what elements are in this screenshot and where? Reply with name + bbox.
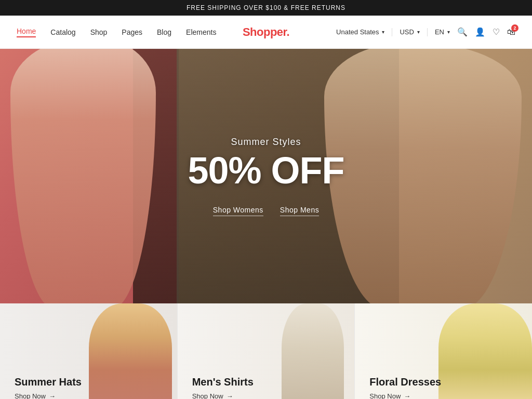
product-card-floral-dresses: Floral Dresses Shop Now → bbox=[355, 303, 532, 399]
product-info-mens-shirts: Men's Shirts Shop Now → bbox=[192, 376, 254, 399]
card-3-figure bbox=[438, 303, 532, 399]
product-card-summer-hats: Summer Hats Shop Now → bbox=[0, 303, 178, 399]
shop-now-summer-hats[interactable]: Shop Now → bbox=[15, 392, 82, 399]
shop-now-mens-shirts[interactable]: Shop Now → bbox=[192, 392, 254, 399]
currency-selector[interactable]: USD ▾ bbox=[400, 28, 419, 36]
hero-subtitle: Summer Styles bbox=[188, 137, 344, 148]
cart-badge: 2 bbox=[511, 24, 518, 32]
arrow-icon-1: → bbox=[49, 392, 56, 399]
card-1-figure bbox=[89, 303, 172, 399]
cart-button[interactable]: 🛍 2 bbox=[507, 28, 515, 37]
wishlist-button[interactable]: ♡ bbox=[493, 27, 500, 37]
shop-womens-link[interactable]: Shop Womens bbox=[213, 206, 263, 216]
search-icon: 🔍 bbox=[457, 27, 468, 37]
banner-text: FREE SHIPPING OVER $100 & FREE RETURNS bbox=[187, 4, 345, 11]
nav-link-elements[interactable]: Elements bbox=[186, 28, 216, 36]
nav-link-shop[interactable]: Shop bbox=[90, 28, 108, 36]
arrow-icon-2: → bbox=[227, 392, 233, 399]
hero-section: Summer Styles 50% OFF Shop Womens Shop M… bbox=[0, 49, 532, 303]
product-title-floral-dresses: Floral Dresses bbox=[369, 376, 441, 388]
brand-logo[interactable]: Shopper. bbox=[243, 25, 289, 39]
account-icon: 👤 bbox=[475, 27, 485, 37]
products-section: Summer Hats Shop Now → Men's Shirts Shop… bbox=[0, 303, 532, 399]
hero-figure-left bbox=[0, 49, 177, 303]
product-info-floral-dresses: Floral Dresses Shop Now → bbox=[369, 376, 441, 399]
region-chevron-icon: ▾ bbox=[382, 29, 384, 35]
hero-ctas: Shop Womens Shop Mens bbox=[188, 206, 344, 216]
arrow-icon-3: → bbox=[404, 392, 410, 399]
currency-chevron-icon: ▾ bbox=[417, 29, 420, 35]
top-banner: FREE SHIPPING OVER $100 & FREE RETURNS bbox=[0, 0, 532, 16]
card-2-figure bbox=[282, 303, 344, 399]
account-button[interactable]: 👤 bbox=[475, 27, 485, 37]
nav-link-pages[interactable]: Pages bbox=[122, 28, 142, 36]
product-info-summer-hats: Summer Hats Shop Now → bbox=[15, 376, 82, 399]
nav-divider-2 bbox=[427, 28, 428, 36]
region-selector[interactable]: Unated States ▾ bbox=[336, 28, 384, 36]
product-title-mens-shirts: Men's Shirts bbox=[192, 376, 254, 388]
hero-title: 50% OFF bbox=[188, 152, 344, 189]
shop-now-floral-dresses[interactable]: Shop Now → bbox=[369, 392, 441, 399]
nav-link-home[interactable]: Home bbox=[17, 27, 36, 37]
wishlist-icon: ♡ bbox=[493, 27, 500, 37]
language-selector[interactable]: EN ▾ bbox=[435, 28, 450, 36]
language-chevron-icon: ▾ bbox=[447, 29, 450, 35]
search-button[interactable]: 🔍 bbox=[457, 27, 468, 37]
navbar: Home Catalog Shop Pages Blog Elements Sh… bbox=[0, 16, 532, 49]
product-card-mens-shirts: Men's Shirts Shop Now → bbox=[178, 303, 355, 399]
nav-link-catalog[interactable]: Catalog bbox=[50, 28, 75, 36]
hero-content: Summer Styles 50% OFF Shop Womens Shop M… bbox=[188, 137, 344, 216]
nav-link-blog[interactable]: Blog bbox=[157, 28, 171, 36]
nav-right: Unated States ▾ USD ▾ EN ▾ 🔍 👤 ♡ 🛍 2 bbox=[336, 27, 515, 37]
product-title-summer-hats: Summer Hats bbox=[15, 376, 82, 388]
nav-divider-1 bbox=[392, 28, 392, 36]
shop-mens-link[interactable]: Shop Mens bbox=[280, 206, 319, 216]
